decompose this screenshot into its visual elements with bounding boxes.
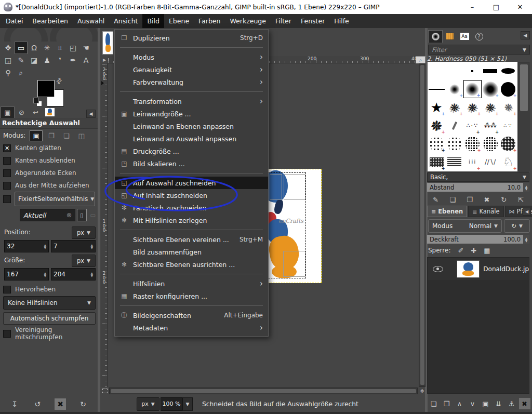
- fixiert-checkbox[interactable]: [3, 195, 11, 203]
- quick-mask-button[interactable]: [101, 388, 109, 394]
- brush-item-cells[interactable]: [446, 135, 464, 153]
- color-picker-tool[interactable]: ⚲: [2, 66, 15, 79]
- smudge-tool[interactable]: ❜: [54, 54, 66, 66]
- image-tab-thumbnail[interactable]: [102, 31, 113, 55]
- layer-mode-reset-button[interactable]: ↻ ▼: [504, 219, 530, 233]
- menu-farben[interactable]: Farben: [194, 14, 225, 28]
- brush-item-stroke[interactable]: [446, 116, 464, 135]
- foreground-color-swatch[interactable]: [37, 80, 55, 97]
- move-tool[interactable]: ✥: [2, 42, 15, 54]
- brush-item-blob[interactable]: +: [428, 116, 446, 135]
- hervorheben-checkbox[interactable]: [3, 286, 11, 293]
- menu-item-transformation[interactable]: Transformation›: [115, 95, 268, 108]
- mode-intersect-button[interactable]: ◫: [75, 130, 88, 141]
- open-brush-button[interactable]: ⇱: [515, 194, 527, 205]
- brush-item-empty[interactable]: [428, 62, 446, 80]
- lock-position-icon[interactable]: ✚: [471, 247, 476, 255]
- menu-item-auf-auswahl-zuschneiden[interactable]: ◱Auf Auswahl zuschneiden: [115, 177, 268, 189]
- size-width-spinner[interactable]: 167 ▲▼: [4, 268, 49, 281]
- restore-options-button[interactable]: ↺: [32, 398, 43, 410]
- left-panel-divider[interactable]: [98, 28, 100, 412]
- menu-item-bild-zusammenfügen[interactable]: Bild zusammenfügen: [115, 246, 268, 258]
- lower-layer-button[interactable]: ∨: [467, 398, 478, 409]
- menu-filter[interactable]: Filter: [271, 14, 296, 28]
- brush-item-dots-dense[interactable]: +: [482, 116, 500, 135]
- zoom-tool[interactable]: ⌕: [15, 66, 28, 79]
- new-brush-button[interactable]: ❏: [446, 194, 459, 205]
- clone-tool[interactable]: ♟: [41, 54, 54, 66]
- mode-replace-button[interactable]: ▣: [30, 130, 43, 141]
- tab-image-thumbnail[interactable]: [43, 106, 57, 118]
- abstand-slider[interactable]: Abstand 10,0: [427, 183, 523, 192]
- close-button[interactable]: ✕: [508, 0, 532, 14]
- tab-undo-history[interactable]: ↩: [29, 106, 43, 118]
- brush-item-cells-dense[interactable]: +: [463, 135, 482, 153]
- position-unit-dropdown[interactable]: px▼: [72, 226, 96, 239]
- menu-item-modus[interactable]: Modus›: [115, 51, 268, 63]
- bucket-fill-tool[interactable]: ◲: [2, 54, 15, 66]
- brush-item-cells-dark[interactable]: +: [499, 135, 517, 153]
- brush-item-star[interactable]: +: [428, 98, 446, 116]
- zoom-dropdown-button[interactable]: ▼: [182, 397, 193, 411]
- landscape-orientation-button[interactable]: ▭: [88, 209, 98, 221]
- collapse-dock-icon[interactable]: ◀: [523, 208, 531, 216]
- minimize-button[interactable]: –: [460, 0, 484, 14]
- menu-item-fanatisch-zuschneiden[interactable]: ✻Fanatisch zuschneiden: [115, 202, 268, 214]
- brush-item-hatch[interactable]: [446, 153, 464, 171]
- brush-grid-scrollbar[interactable]: [518, 62, 529, 171]
- default-colors-icon[interactable]: [33, 98, 42, 106]
- menu-item-hilfslinien[interactable]: Hilfslinien›: [115, 277, 268, 290]
- delete-options-button[interactable]: ✖: [55, 398, 66, 410]
- brush-item-empty[interactable]: [446, 62, 464, 80]
- brush-item-cells[interactable]: +: [428, 135, 446, 153]
- free-select-tool[interactable]: Ω: [28, 42, 41, 54]
- opacity-spinner[interactable]: ▲▼: [523, 235, 529, 244]
- menu-item-sichtbare-ebenen-ausrichten[interactable]: ✻Sichtbare Ebenen ausrichten ...: [115, 258, 268, 271]
- menu-hilfe[interactable]: Hilfe: [329, 14, 353, 28]
- menu-item-sichtbare-ebenen-vereinen[interactable]: Sichtbare Ebenen vereinen ...Strg+M: [115, 233, 268, 246]
- menu-item-leinwand-an-auswahl-anpassen[interactable]: Leinwand an Auswahl anpassen: [115, 132, 268, 145]
- menu-item-leinwandgröße[interactable]: ▣Leinwandgröße ...: [115, 108, 268, 120]
- brush-item-deer[interactable]: +: [499, 153, 517, 171]
- portrait-orientation-button[interactable]: ▯: [77, 209, 86, 221]
- lock-alpha-icon[interactable]: ▦: [484, 247, 490, 255]
- menu-item-leinwand-an-ebenen-anpassen[interactable]: Leinwand an Ebenen anpassen: [115, 120, 268, 132]
- aus-der-mitte-aufziehen-checkbox[interactable]: [3, 182, 11, 190]
- reset-options-button[interactable]: ↻: [77, 398, 89, 410]
- menu-item-mit-hilfslinien-zerlegen[interactable]: ✻Mit Hilfslinien zerlegen: [115, 214, 268, 226]
- delete-brush-button[interactable]: ✖: [481, 194, 493, 205]
- kanten-glätten-checkbox[interactable]: ✕: [3, 144, 11, 152]
- menu-item-metadaten[interactable]: Metadaten›: [115, 322, 268, 334]
- edit-brush-button[interactable]: ✎: [429, 194, 442, 205]
- brush-scrollbar-thumb[interactable]: [520, 64, 528, 111]
- guides-dropdown[interactable]: Keine Hilfslinien ▼: [3, 296, 96, 310]
- vertical-scrollbar-thumb[interactable]: [420, 65, 424, 385]
- brush-filter-input[interactable]: Filter ▼: [428, 45, 530, 55]
- tab-tool-options[interactable]: ▣: [1, 106, 15, 118]
- lock-pixels-icon[interactable]: ✐: [458, 247, 463, 255]
- brush-item-scatter[interactable]: +: [446, 98, 464, 116]
- auto-shrink-button[interactable]: Automatisch schrumpfen: [3, 312, 96, 325]
- vertical-ruler[interactable]: 200100200: [101, 63, 108, 387]
- spinner-arrows-icon[interactable]: ▲▼: [44, 272, 46, 277]
- menu-fenster[interactable]: Fenster: [296, 14, 329, 28]
- size-height-spinner[interactable]: 204 ▲▼: [51, 268, 96, 281]
- collapse-dock-icon[interactable]: ◀: [86, 110, 96, 118]
- brush-group-dropdown[interactable]: Basic, ▼: [427, 172, 529, 182]
- menu-werkzeuge[interactable]: Werkzeuge: [225, 14, 271, 28]
- menu-item-farbverwaltung[interactable]: Farbverwaltung›: [115, 76, 268, 88]
- menu-item-raster-konfigurieren[interactable]: ▦Raster konfigurieren ...: [115, 290, 268, 302]
- menu-auswahl[interactable]: Auswahl: [73, 14, 109, 28]
- zoom-level-field[interactable]: 100 %: [161, 397, 182, 411]
- tab-fonts[interactable]: Aa: [457, 30, 472, 43]
- layer-visibility-eye-icon[interactable]: [433, 266, 443, 272]
- brush-item-scatter[interactable]: +: [482, 98, 500, 116]
- brush-item-v-strokes[interactable]: +: [463, 153, 482, 171]
- menu-item-duplizieren[interactable]: ❐DuplizierenStrg+D: [115, 32, 268, 44]
- mode-subtract-button[interactable]: ❏: [60, 130, 73, 141]
- brush-item-dots-sparse[interactable]: [499, 116, 517, 135]
- tab-ebenen[interactable]: ≡Ebenen: [427, 206, 467, 217]
- menu-datei[interactable]: Datei: [1, 14, 28, 28]
- duplicate-layer-button[interactable]: ▣: [480, 398, 491, 409]
- brush-item-ellipse[interactable]: [499, 62, 517, 80]
